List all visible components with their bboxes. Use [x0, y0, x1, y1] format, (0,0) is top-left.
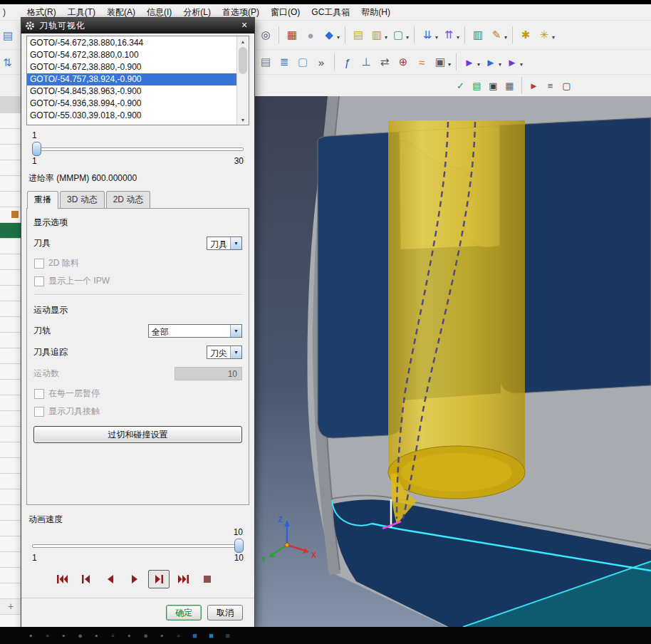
find-icon[interactable]: ◎: [257, 26, 274, 43]
chevron-down-icon[interactable]: ▾: [520, 61, 523, 68]
checkbox-icon[interactable]: [34, 389, 44, 399]
menu-overflow-indicator[interactable]: ): [0, 7, 21, 17]
tray-blue-icon-1[interactable]: ■: [189, 630, 200, 641]
tray-icon-3[interactable]: ▪: [58, 630, 69, 641]
expression-icon[interactable]: ƒ: [339, 53, 356, 71]
sheet-row[interactable]: [0, 521, 21, 536]
sheet-row[interactable]: [0, 364, 21, 380]
checkbox-show-tool-contact[interactable]: 显示刀具接触: [34, 405, 242, 417]
chevron-down-icon[interactable]: ▼: [230, 346, 241, 358]
sheet-row[interactable]: [0, 270, 21, 286]
constraint-icon[interactable]: ⊥: [358, 53, 375, 71]
goto-line[interactable]: GOTO/-54.936,38.994,-0.900: [27, 98, 236, 110]
block-primitive-icon[interactable]: ◆: [321, 26, 338, 43]
ok-button[interactable]: 确定: [166, 605, 202, 620]
chevron-down-icon[interactable]: ▾: [435, 34, 438, 41]
sheet-row[interactable]: [0, 505, 21, 521]
sheet-row[interactable]: [0, 348, 21, 364]
sheet-row[interactable]: [0, 615, 21, 627]
chevron-down-icon[interactable]: ▼: [230, 237, 241, 249]
scroll-down-icon[interactable]: ▼: [241, 115, 246, 125]
path-slider-thumb[interactable]: [32, 142, 41, 156]
transform-icon[interactable]: ⇄: [376, 53, 393, 71]
sheet-row[interactable]: [0, 317, 21, 333]
import-icon[interactable]: ⇊: [419, 26, 436, 43]
chevron-down-icon[interactable]: ▾: [552, 34, 555, 41]
sheet-row[interactable]: +: [0, 599, 21, 615]
step-back-button[interactable]: [75, 570, 97, 588]
overflow-chevron-icon[interactable]: »: [313, 53, 330, 71]
close-icon[interactable]: ×: [238, 19, 251, 32]
monitor-icon[interactable]: ▢: [559, 78, 574, 93]
sheet-row[interactable]: [0, 536, 21, 552]
tray-dark-icon[interactable]: ■: [222, 630, 233, 641]
sheet-row[interactable]: [0, 96, 21, 113]
goto-scrollbar[interactable]: ▲ ▼: [236, 36, 249, 125]
sheet-row[interactable]: [0, 239, 21, 254]
sheet-row[interactable]: [0, 442, 21, 458]
flag-icon[interactable]: ►: [526, 78, 541, 93]
chevron-down-icon[interactable]: ▾: [406, 34, 409, 41]
unite-icon[interactable]: ▢: [390, 26, 407, 43]
chevron-down-icon[interactable]: ▾: [337, 34, 340, 41]
sheet-row[interactable]: [0, 113, 21, 129]
tray-icon-2[interactable]: ▫: [42, 630, 53, 641]
sheet-row[interactable]: [0, 568, 21, 583]
background-spreadsheet-panel[interactable]: +: [0, 96, 22, 627]
tab-2[interactable]: 2D 动态: [106, 191, 151, 208]
sheet-row[interactable]: [0, 458, 21, 474]
goto-line[interactable]: GOTO/-54.672,38.880,16.344: [27, 37, 236, 49]
play-forward-button[interactable]: [124, 570, 145, 588]
sheet-row[interactable]: [0, 411, 21, 427]
sheet-row[interactable]: [0, 301, 21, 317]
clipped-toolbar-icon[interactable]: ▤: [3, 29, 13, 42]
checkbox-show-last-ipw[interactable]: 显示上一个 IPW: [34, 275, 242, 287]
spline-icon[interactable]: ≈: [413, 53, 430, 71]
sheet-row[interactable]: [0, 380, 21, 395]
export-icon[interactable]: ⇈: [440, 26, 457, 43]
tray-icon-10[interactable]: ▫: [173, 630, 184, 641]
sheet-row[interactable]: [0, 474, 21, 489]
tray-icon-9[interactable]: ▪: [157, 630, 167, 641]
sheet-row[interactable]: [0, 176, 21, 192]
checkbox-pause-each-level[interactable]: 在每一层暂停: [34, 388, 242, 400]
path-slider[interactable]: [32, 142, 244, 155]
sheet-row[interactable]: [0, 333, 21, 348]
sheet-row[interactable]: [0, 129, 21, 145]
tool-combo[interactable]: 刀具 ▼: [207, 237, 242, 250]
step-forward-button[interactable]: [148, 570, 170, 588]
tracking-combo[interactable]: 刀尖 ▼: [207, 346, 242, 359]
ordered-ops-icon[interactable]: ≣: [276, 53, 293, 71]
goto-line[interactable]: GOTO/-54.845,38.963,-0.900: [27, 85, 236, 98]
chevron-down-icon[interactable]: ▾: [504, 34, 507, 41]
snap-point-icon[interactable]: ▦: [283, 26, 301, 43]
scroll-thumb[interactable]: [239, 47, 247, 74]
toolpath-combo[interactable]: 全部 ▼: [148, 324, 242, 338]
tray-icon-1[interactable]: ▪: [26, 630, 36, 641]
document-icon[interactable]: ▢: [294, 53, 311, 71]
sheet-row[interactable]: [0, 192, 21, 207]
speed-slider[interactable]: [32, 539, 244, 551]
extract-body-icon[interactable]: ▤: [350, 26, 367, 43]
wrench-icon[interactable]: ✱: [517, 26, 534, 43]
sheet-row[interactable]: [0, 207, 21, 223]
sheet-row[interactable]: [0, 254, 21, 270]
grid-display-icon[interactable]: ▦: [502, 78, 517, 93]
speed-slider-track[interactable]: [32, 544, 244, 548]
clipped-toolbar-icon[interactable]: ⇅: [3, 56, 12, 69]
rewind-button[interactable]: [51, 570, 73, 588]
chevron-down-icon[interactable]: ▾: [499, 61, 501, 68]
checkbox-2d-removal[interactable]: 2D 除料: [34, 257, 242, 269]
chevron-down-icon[interactable]: ▾: [477, 61, 480, 68]
inspect-icon[interactable]: ✳: [536, 26, 553, 43]
tray-icon-8[interactable]: ●: [140, 630, 151, 641]
ok-check-icon[interactable]: ✓: [453, 78, 468, 93]
menu-item[interactable]: 帮助(H): [355, 4, 396, 21]
tray-icon-7[interactable]: ▪: [124, 630, 135, 641]
goto-line[interactable]: GOTO/-54.672,38.880,0.100: [27, 49, 236, 61]
path-slider-track[interactable]: [32, 147, 244, 151]
verify-toolpath-icon[interactable]: ►: [482, 53, 499, 71]
chevron-down-icon[interactable]: ▼: [230, 325, 241, 337]
green-stack-icon[interactable]: ▤: [469, 78, 484, 93]
library-icon[interactable]: ▥: [469, 26, 486, 43]
